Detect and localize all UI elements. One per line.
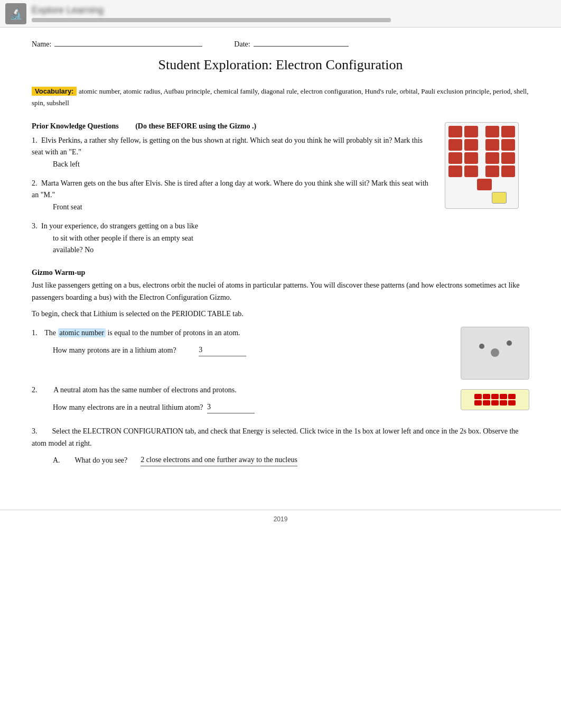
content-area: Name: Date: Student Exploration: Electro… [0, 27, 561, 499]
bus-row-6 [448, 192, 515, 204]
q3-sub-label: A. [53, 456, 60, 464]
seat-3-2 [464, 152, 478, 164]
config-cell [500, 400, 507, 406]
q3-continuation: to sit with other people if there is an … [53, 234, 193, 242]
logo-icon: 🔬 [10, 7, 23, 20]
yellow-img-box [461, 389, 529, 410]
q1-main-text-after: is equal to the number of protons in an … [107, 329, 240, 337]
q1-main-text-before: The [44, 329, 56, 337]
q3-main: 3. Select the ELECTRON CONFIGURATION tab… [32, 425, 529, 466]
bus-image-column [445, 122, 519, 264]
prior-knowledge-heading: Prior Knowledge Questions (Do these BEFO… [32, 122, 434, 131]
seat-2-1 [448, 139, 462, 151]
vocabulary-section: Vocabulary: atomic number, atomic radius… [32, 86, 529, 109]
svg-point-3 [507, 340, 512, 346]
q3-sub-q: What do you see? [74, 456, 127, 464]
bus-row-5 [448, 179, 515, 190]
seat-1-2 [464, 126, 478, 137]
prior-subheading-text: (Do these BEFORE using the Gizmo .) [135, 122, 256, 130]
q2-sub-question: How many electrons are in a neutral lith… [53, 401, 529, 413]
main-question-1-block: 1. The atomic number is equal to the num… [32, 327, 529, 384]
app-title: Explore Learning [32, 5, 391, 16]
spacer-6 [457, 192, 490, 204]
config-cell [491, 400, 499, 406]
question-3: 3. In your experience, do strangers gett… [32, 220, 434, 256]
q3-sub-answer: 2 close electrons and one further away t… [141, 454, 297, 466]
prior-text-column: Prior Knowledge Questions (Do these BEFO… [32, 122, 434, 264]
header-subtitle-bar [32, 18, 391, 22]
q1-text: Elvis Perkins, a rather shy fellow, is g… [32, 136, 423, 156]
svg-point-1 [491, 348, 499, 357]
config-cell [491, 394, 499, 399]
name-input-line[interactable] [54, 38, 202, 47]
q3-number: 3. [32, 222, 38, 230]
page-wrapper: 🔬 Explore Learning Name: Date: Student E… [0, 0, 561, 728]
q3-text: In your experience, do strangers getting… [41, 222, 198, 230]
header-title-area: Explore Learning [32, 5, 391, 22]
aisle-5 [472, 179, 475, 190]
q3-main-text: Select the ELECTRON CONFIGURATION tab, a… [32, 427, 519, 447]
config-grid [465, 394, 525, 406]
warmup-heading: Gizmo Warm-up [32, 269, 529, 277]
seat-2-2 [464, 139, 478, 151]
seat-6-highlight [492, 192, 507, 204]
q3-sub-a: A. What do you see? 2 close electrons an… [53, 454, 529, 466]
bus-row-4 [448, 165, 515, 177]
config-cell [483, 394, 490, 399]
config-cell [508, 394, 516, 399]
q2-sub-q-text: How many electrons are in a neutral lith… [53, 403, 203, 411]
main-question-2-block: 2. A neutral atom has the same number of… [32, 384, 529, 425]
header-bar: 🔬 Explore Learning [0, 0, 561, 27]
vocab-terms: atomic number, atomic radius, Aufbau pri… [32, 87, 528, 107]
q2-text: Marta Warren gets on the bus after Elvis… [32, 179, 428, 199]
begin-text: To begin, check that Lithium is selected… [32, 310, 529, 318]
warmup-body: Just like passengers getting on a bus, e… [32, 279, 529, 303]
question-1: 1. Elvis Perkins, a rather shy fellow, i… [32, 135, 434, 170]
q1-sub-answer: 3 [199, 344, 246, 356]
vocab-label: Vocabulary: [32, 87, 77, 96]
q1-sub-q-text: How many protons are in a lithium atom? [53, 346, 176, 354]
seat-4-3 [485, 165, 499, 177]
aisle-3 [480, 152, 483, 164]
gizmo-image-right-1 [461, 327, 529, 380]
seat-3-3 [485, 152, 499, 164]
seat-1-3 [485, 126, 499, 137]
prior-heading-text: Prior Knowledge Questions [32, 122, 119, 130]
seat-2-4 [501, 139, 515, 151]
seat-2-3 [485, 139, 499, 151]
q1-main: 1. The atomic number is equal to the num… [32, 327, 529, 356]
gizmo-image-right-2 [461, 389, 529, 410]
config-cell [474, 400, 482, 406]
q2-answer: Front seat [53, 203, 82, 211]
prior-knowledge-section: Prior Knowledge Questions (Do these BEFO… [32, 122, 529, 264]
seat-5-3 [477, 179, 492, 190]
date-label: Date: [234, 40, 250, 49]
bus-row-2 [448, 139, 515, 151]
config-cell [508, 400, 516, 406]
name-label: Name: [32, 40, 51, 49]
aisle-4 [480, 165, 483, 177]
q1-main-number: 1. [32, 329, 38, 337]
aisle-2 [480, 139, 483, 151]
q1-number: 1. [32, 136, 38, 144]
page-title: Student Exploration: Electron Configurat… [32, 57, 529, 73]
q2-number: 2. [32, 179, 38, 187]
seat-3-1 [448, 152, 462, 164]
q2-main-number: 2. [32, 386, 38, 394]
seat-4-2 [464, 165, 478, 177]
date-input-line[interactable] [254, 38, 349, 47]
svg-point-2 [479, 344, 484, 349]
seat-4-1 [448, 165, 462, 177]
q2-main-text: A neutral atom has the same number of el… [53, 386, 236, 394]
q1-answer: Back left [53, 160, 80, 168]
bus-row-3 [448, 152, 515, 164]
q3-main-number: 3. [32, 427, 38, 435]
q1-sub-question: How many protons are in a lithium atom? … [53, 344, 529, 356]
config-cell [474, 394, 482, 399]
seat-1-4 [501, 126, 515, 137]
question-2: 2. Marta Warren gets on the bus after El… [32, 178, 434, 213]
seat-1-1 [448, 126, 462, 137]
seat-3-4 [501, 152, 515, 164]
app-logo: 🔬 [5, 3, 26, 24]
q1-highlighted-term: atomic number [58, 328, 106, 337]
